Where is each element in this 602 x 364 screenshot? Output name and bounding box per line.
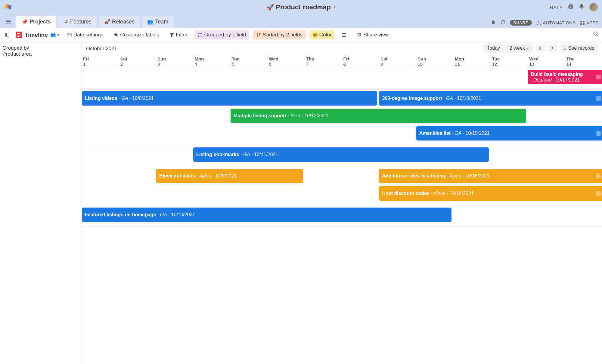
svg-rect-19 <box>17 36 20 37</box>
automations-button[interactable]: AUTOMATIONS <box>536 20 576 26</box>
tab-label: Features <box>70 19 92 25</box>
timeline-bar[interactable]: Host discount codes · Alpha · 10/16/2021… <box>379 186 602 201</box>
see-records-button[interactable]: See records <box>560 44 598 52</box>
day-column: Thu7 <box>305 55 342 67</box>
sorted-by-button[interactable]: Sorted by 2 fields <box>253 30 305 39</box>
timeline-bar[interactable]: Listing videos · GA · 10/8/2021 <box>82 91 377 106</box>
trash-icon[interactable] <box>491 20 496 26</box>
day-column: Sun10 <box>416 55 454 67</box>
svg-text:?: ? <box>569 5 572 8</box>
share-view-button[interactable]: Share view <box>354 30 392 39</box>
day-column: Mon4 <box>193 55 231 67</box>
timeline-bar[interactable]: Build basic messaging· Dogfood · 10/17/2… <box>528 70 602 84</box>
svg-line-32 <box>597 35 598 36</box>
today-button[interactable]: Today <box>483 44 504 52</box>
timeline-bar[interactable]: Add house rules to a listing · Alpha · 1… <box>379 169 602 183</box>
range-selector[interactable]: 2 week▼ <box>506 44 533 52</box>
row-height-icon <box>342 32 346 37</box>
tab-label: Projects <box>29 19 51 25</box>
grouped-by-field: Product area <box>2 51 79 57</box>
expand-icon[interactable]: › <box>596 191 601 196</box>
timeline-bar[interactable]: Multiple listing support · Beta · 10/12/… <box>231 109 526 123</box>
timeline-view-icon <box>16 32 22 38</box>
expand-icon[interactable]: › <box>596 174 601 178</box>
tab-releases[interactable]: 🚀Releases <box>99 16 140 28</box>
bell-icon[interactable] <box>579 4 585 11</box>
apps-button[interactable]: APPS <box>580 20 598 26</box>
tab-team[interactable]: 👥Team <box>142 16 174 28</box>
customize-labels-button[interactable]: Customize labels <box>110 30 162 39</box>
calendar-icon <box>67 32 72 37</box>
svg-rect-28 <box>342 33 346 34</box>
color-button[interactable]: Color <box>310 30 335 39</box>
svg-rect-12 <box>583 21 584 22</box>
expand-icon[interactable]: › <box>596 131 601 136</box>
expand-icon[interactable]: › <box>596 96 601 101</box>
timeline-bar[interactable]: Block out dates · Alpha · 10/6/2021 <box>156 169 303 183</box>
svg-rect-24 <box>198 33 199 34</box>
share-button[interactable]: SHARE <box>510 20 532 26</box>
svg-rect-30 <box>342 36 346 37</box>
tab-icon: 👥 <box>147 19 153 25</box>
day-column: Sun3 <box>156 55 193 67</box>
svg-rect-15 <box>5 33 7 36</box>
menu-icon[interactable] <box>4 17 13 26</box>
svg-rect-16 <box>7 33 9 36</box>
tab-icon: 🖥 <box>64 19 68 24</box>
day-column: Fri1 <box>82 55 119 67</box>
tab-label: Releases <box>112 19 135 25</box>
tab-projects[interactable]: 📌Projects <box>16 16 56 28</box>
timeline-day-header: Fri1Sat2Sun3Mon4Tue5Wed6Thu7Fri8Sat9Sun1… <box>82 55 602 67</box>
filter-button[interactable]: Filter <box>166 30 191 39</box>
list-icon <box>563 46 567 50</box>
svg-rect-26 <box>200 33 202 34</box>
search-icon[interactable] <box>593 31 599 39</box>
history-icon[interactable] <box>500 20 506 26</box>
paint-icon <box>313 32 318 37</box>
group-sidebar-header: Grouped by Product area <box>0 42 82 364</box>
prev-button[interactable] <box>535 45 545 51</box>
svg-rect-20 <box>67 33 71 37</box>
app-header: 🚀 Product roadmap ▾ HELP ? <box>0 0 602 14</box>
svg-rect-13 <box>580 23 582 25</box>
base-title[interactable]: 🚀 Product roadmap ▾ <box>266 3 335 11</box>
date-settings-button[interactable]: Date settings <box>64 30 106 39</box>
svg-rect-29 <box>342 35 346 35</box>
avatar[interactable] <box>589 3 598 11</box>
tab-icon: 🚀 <box>104 19 110 25</box>
view-name-text: Timeline <box>25 32 48 38</box>
view-toolbar: Timeline 👥 ▾ Date settings Customize lab… <box>0 28 602 42</box>
next-button[interactable] <box>548 45 557 51</box>
svg-marker-0 <box>5 4 8 9</box>
help-icon[interactable]: ? <box>568 4 574 11</box>
apps-label: APPS <box>586 20 598 25</box>
day-column: Tue5 <box>230 55 268 67</box>
group-icon <box>197 32 202 37</box>
tables-tab-bar: 📌Projects🖥Features🚀Releases👥Team SHARE A… <box>0 14 602 28</box>
row-height-button[interactable] <box>339 31 349 39</box>
svg-rect-18 <box>18 35 21 35</box>
rocket-icon: 🚀 <box>266 4 274 11</box>
views-sidebar-toggle[interactable] <box>3 31 11 39</box>
day-column: Mon11 <box>453 55 491 67</box>
svg-rect-14 <box>583 23 584 25</box>
timeline-bar[interactable]: Amenities list · GA · 10/15/2021› <box>416 126 602 140</box>
day-column: Wed13 <box>528 55 565 67</box>
day-column: Sat2 <box>119 55 156 67</box>
svg-point-31 <box>594 32 597 35</box>
tab-features[interactable]: 🖥Features <box>58 16 97 28</box>
collaborators-icon[interactable]: 👥 ▾ <box>50 32 60 38</box>
help-button[interactable]: HELP <box>550 5 563 10</box>
expand-icon[interactable]: › <box>596 75 601 79</box>
sort-icon <box>256 32 261 37</box>
timeline-bar[interactable]: Listing bookmarks · GA · 10/11/2021 <box>193 147 489 162</box>
svg-rect-27 <box>200 36 202 36</box>
view-name[interactable]: Timeline 👥 ▾ <box>16 32 60 38</box>
timeline-bar[interactable]: Featured listings on homepage · GA · 10/… <box>82 208 452 222</box>
timeline-bar[interactable]: 360-degree image support · GA · 10/16/20… <box>379 91 602 106</box>
app-logo-icon[interactable] <box>4 3 12 11</box>
filter-icon <box>169 32 174 37</box>
chevron-down-icon: ▾ <box>334 5 336 9</box>
svg-point-8 <box>538 21 539 22</box>
grouped-by-button[interactable]: Grouped by 1 field <box>194 30 249 39</box>
